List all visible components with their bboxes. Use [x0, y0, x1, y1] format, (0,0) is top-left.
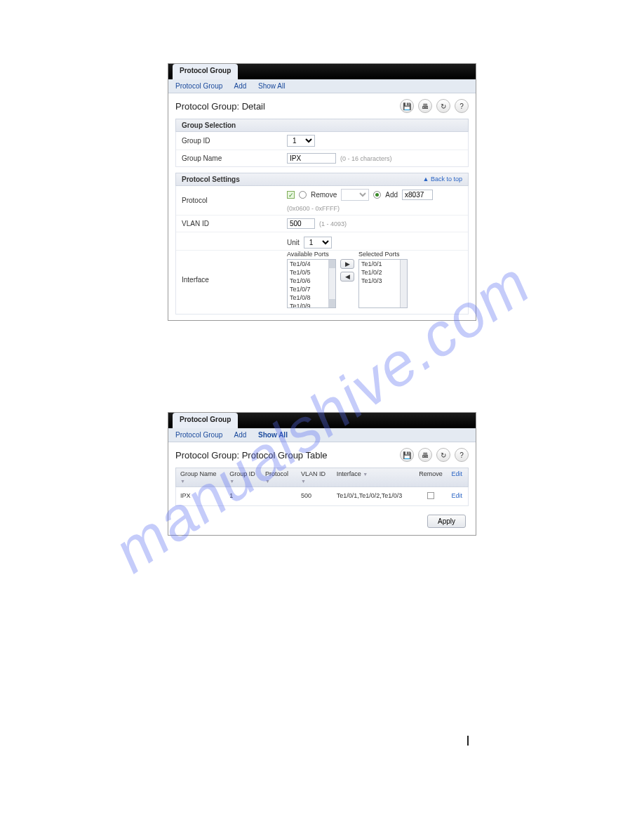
remove-label: Remove — [311, 191, 337, 199]
available-ports-label: Available Ports — [287, 251, 336, 258]
add-label: Add — [385, 191, 398, 199]
refresh-icon[interactable]: ↻ — [436, 448, 450, 462]
subnav-add[interactable]: Add — [234, 431, 247, 439]
tab-protocol-group[interactable]: Protocol Group — [173, 64, 238, 79]
page-title: Protocol Group: Detail — [175, 101, 265, 112]
tab-strip: Protocol Group — [168, 64, 476, 79]
group-id-select[interactable]: 1 — [287, 135, 315, 147]
cell-interface: Te1/0/1,Te1/0/2,Te1/0/3 — [333, 490, 415, 503]
table-row: IPX 1 500 Te1/0/1,Te1/0/2,Te1/0/3 Edit — [176, 487, 468, 505]
vlan-id-label: VLAN ID — [182, 220, 287, 227]
vlan-hint: (1 - 4093) — [319, 220, 347, 227]
add-value-input[interactable] — [402, 190, 433, 200]
subnav: Protocol Group Add Show All — [168, 428, 476, 442]
move-right-button[interactable]: ▶ — [340, 259, 354, 269]
page-title: Protocol Group: Protocol Group Table — [175, 450, 328, 461]
selected-ports-label: Selected Ports — [358, 251, 408, 258]
group-name-hint: (0 - 16 characters) — [340, 155, 392, 162]
subnav-show-all[interactable]: Show All — [258, 431, 288, 439]
apply-button[interactable]: Apply — [427, 515, 466, 528]
cell-vlan: 500 — [297, 490, 333, 503]
add-hint: (0x0600 - 0xFFFF) — [287, 205, 340, 212]
col-interface[interactable]: Interface ▼ — [333, 468, 415, 486]
help-icon[interactable]: ? — [455, 448, 469, 462]
cell-group-name: IPX — [176, 490, 225, 503]
col-vlan-id[interactable]: VLAN ID ▼ — [297, 468, 333, 486]
cell-group-id: 1 — [225, 490, 261, 503]
group-selection-header: Group Selection — [175, 119, 469, 132]
table-body: IPX 1 500 Te1/0/1,Te1/0/2,Te1/0/3 Edit — [175, 487, 469, 506]
save-icon[interactable]: 💾 — [400, 99, 414, 113]
move-left-button[interactable]: ◀ — [340, 272, 354, 282]
group-id-label: Group ID — [182, 137, 287, 145]
tab-strip: Protocol Group — [168, 413, 476, 428]
protocol-checkbox[interactable]: ✓ — [287, 191, 295, 199]
col-remove: Remove — [415, 468, 448, 486]
protocol-label: Protocol — [182, 197, 287, 204]
group-name-label: Group Name — [182, 154, 287, 162]
subnav: Protocol Group Add Show All — [168, 79, 476, 93]
protocol-settings-header: Protocol Settings ▲ Back to top — [175, 173, 469, 186]
subnav-add[interactable]: Add — [234, 82, 247, 90]
subnav-show-all[interactable]: Show All — [258, 82, 285, 90]
help-icon[interactable]: ? — [455, 99, 469, 113]
group-name-input[interactable] — [287, 153, 336, 164]
print-icon[interactable]: 🖶 — [418, 99, 432, 113]
col-group-id[interactable]: Group ID ▼ — [225, 468, 261, 486]
col-protocol[interactable]: Protocol ▼ — [261, 468, 297, 486]
available-ports-list[interactable]: Te1/0/4 Te1/0/5 Te1/0/6 Te1/0/7 Te1/0/8 … — [287, 259, 336, 308]
remove-select[interactable] — [341, 189, 369, 201]
subnav-protocol-group[interactable]: Protocol Group — [175, 431, 222, 439]
unit-label: Unit — [287, 239, 300, 246]
print-icon[interactable]: 🖶 — [418, 448, 432, 462]
table-header: Group Name ▼ Group ID ▼ Protocol ▼ VLAN … — [175, 468, 469, 487]
subnav-protocol-group[interactable]: Protocol Group — [175, 82, 222, 90]
unit-select[interactable]: 1 — [304, 237, 332, 249]
save-icon[interactable]: 💾 — [400, 448, 414, 462]
vlan-id-input[interactable] — [287, 218, 315, 229]
cell-remove[interactable] — [415, 490, 448, 503]
refresh-icon[interactable]: ↻ — [436, 99, 450, 113]
add-radio[interactable] — [373, 191, 381, 199]
cell-edit-link[interactable]: Edit — [448, 490, 468, 503]
back-to-top-link[interactable]: ▲ Back to top — [423, 176, 462, 183]
remove-radio[interactable] — [299, 191, 307, 199]
cell-protocol — [261, 490, 297, 503]
selected-ports-list[interactable]: Te1/0/1 Te1/0/2 Te1/0/3 — [358, 259, 408, 308]
protocol-group-table-panel: Protocol Group Protocol Group Add Show A… — [168, 412, 476, 536]
interface-label: Interface — [182, 276, 209, 284]
col-group-name[interactable]: Group Name ▼ — [176, 468, 225, 486]
tab-protocol-group[interactable]: Protocol Group — [173, 413, 238, 428]
col-edit: Edit — [448, 468, 468, 486]
page-marker — [467, 736, 469, 746]
protocol-group-detail-panel: Protocol Group Protocol Group Add Show A… — [168, 63, 476, 321]
